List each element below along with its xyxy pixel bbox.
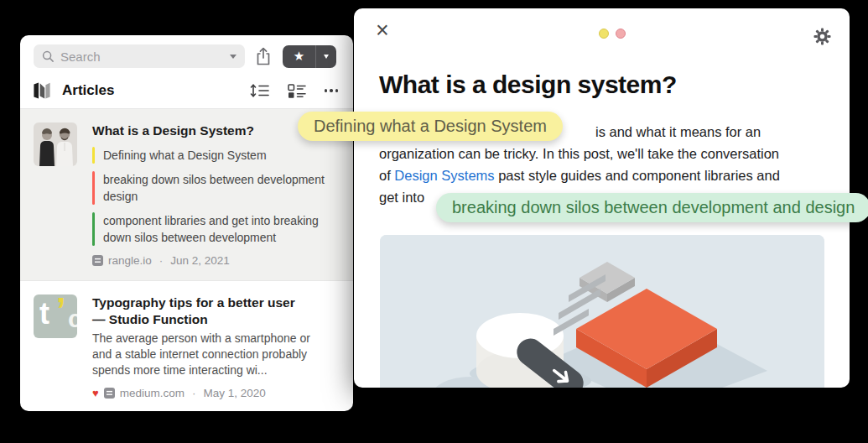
settings-button[interactable] bbox=[813, 28, 831, 49]
yellow-highlight-dot[interactable] bbox=[599, 29, 609, 39]
article-title: Typography tips for a better user — Stud… bbox=[92, 294, 332, 328]
yellow-highlight-pill[interactable]: Defining what a Design System bbox=[298, 112, 563, 141]
layout-view-button[interactable] bbox=[288, 84, 306, 98]
body-line: is and what it means for an bbox=[595, 122, 761, 143]
article-thumbnail bbox=[34, 122, 77, 166]
list-toolbar: ★ bbox=[20, 35, 353, 75]
article-date: Jun 2, 2021 bbox=[170, 254, 230, 267]
article-thumbnail: t ’ c bbox=[34, 294, 77, 338]
red-highlight-dot[interactable] bbox=[616, 29, 626, 39]
list-header: Articles bbox=[20, 75, 353, 108]
medium-logo-icon bbox=[34, 82, 50, 99]
reader-window: × What is a design system? Defining what… bbox=[354, 8, 850, 388]
article-excerpt: The average person with a smartphone or … bbox=[92, 331, 332, 378]
isometric-shapes-image bbox=[380, 235, 824, 388]
favorite-heart-icon: ♥ bbox=[92, 388, 99, 399]
design-systems-link[interactable]: Design Systems bbox=[394, 168, 494, 183]
sort-icon bbox=[250, 83, 269, 98]
highlight-snippet: breaking down silos between development … bbox=[92, 171, 332, 205]
favorite-dropdown-button[interactable] bbox=[316, 45, 336, 68]
ellipsis-icon bbox=[325, 89, 327, 91]
article-title: What is a Design System? bbox=[92, 122, 332, 139]
search-icon bbox=[42, 50, 55, 63]
green-highlight-pill[interactable]: breaking down silos between development … bbox=[436, 193, 868, 222]
reader-article-title: What is a design system? bbox=[379, 70, 677, 99]
close-button[interactable]: × bbox=[371, 18, 394, 42]
highlight-color-bar bbox=[92, 147, 95, 164]
card-view-icon bbox=[288, 84, 306, 98]
search-field[interactable] bbox=[34, 44, 245, 68]
chevron-down-icon bbox=[324, 55, 329, 59]
list-item[interactable]: t ’ c Typography tips for a better user … bbox=[20, 281, 353, 413]
favorite-split-button: ★ bbox=[283, 45, 336, 68]
highlight-color-dots bbox=[599, 29, 626, 39]
body-line: organization can be tricky. In this post… bbox=[379, 143, 779, 164]
collection-title: Articles bbox=[62, 82, 231, 99]
article-meta: rangle.io · Jun 2, 2021 bbox=[92, 254, 332, 267]
sort-button[interactable] bbox=[250, 83, 269, 98]
share-button[interactable] bbox=[252, 45, 274, 67]
source-domain: medium.com bbox=[120, 387, 185, 399]
star-icon: ★ bbox=[294, 49, 304, 64]
article-date: May 1, 2020 bbox=[204, 387, 266, 399]
highlight-color-bar bbox=[92, 212, 95, 246]
source-domain: rangle.io bbox=[108, 254, 152, 267]
list-window: ★ Articles bbox=[20, 35, 353, 411]
search-dropdown-caret-icon[interactable] bbox=[230, 55, 236, 59]
article-doc-icon bbox=[104, 388, 115, 399]
highlight-color-bar bbox=[92, 171, 95, 205]
body-line: get into bbox=[379, 187, 424, 208]
close-icon: × bbox=[376, 19, 389, 42]
gear-icon bbox=[813, 28, 831, 45]
article-doc-icon bbox=[92, 255, 103, 266]
two-people-photo bbox=[34, 122, 77, 166]
highlight-snippet: component libraries and get into breakin… bbox=[92, 212, 332, 246]
article-illustration bbox=[380, 235, 824, 388]
more-options-button[interactable] bbox=[325, 89, 338, 91]
highlight-snippet: Defining what a Design System bbox=[92, 147, 332, 164]
search-input[interactable] bbox=[60, 50, 230, 64]
share-icon bbox=[254, 46, 273, 66]
article-meta: ♥ medium.com · May 1, 2020 bbox=[92, 387, 332, 399]
favorite-button[interactable]: ★ bbox=[283, 45, 316, 68]
body-line: of Design Systems past style guides and … bbox=[379, 165, 780, 186]
